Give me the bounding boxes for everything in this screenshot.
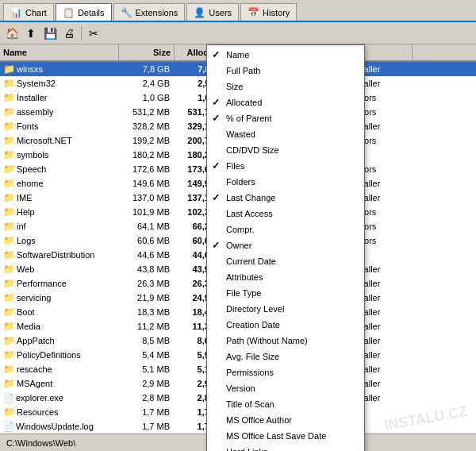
folder-icon: 📁 <box>3 278 15 289</box>
menu-item-label: Directory Level <box>226 304 284 314</box>
tab-chart[interactable]: 📊 Chart <box>3 3 54 21</box>
check-icon: ✓ <box>212 97 220 108</box>
tab-extensions[interactable]: 🔧 Extensions <box>113 3 186 21</box>
name-cell: 📁 Performance <box>0 277 119 290</box>
menu-item-title-scan[interactable]: Title of Scan <box>207 396 364 412</box>
name-cell: 📁 rescache <box>0 363 119 376</box>
size-cell: 2,8 MB <box>119 392 175 403</box>
size-cell: 5,1 MB <box>119 364 175 375</box>
toolbar-print-btn[interactable]: 🖨 <box>60 25 78 42</box>
menu-item-allocated[interactable]: ✓Allocated <box>207 94 364 110</box>
size-cell: 44,6 MB <box>119 249 175 260</box>
menu-item-folders[interactable]: Folders <box>207 174 364 190</box>
folder-icon: 📁 <box>3 349 15 360</box>
menu-item-file-type[interactable]: File Type <box>207 285 364 301</box>
toolbar-home-btn[interactable]: 🏠 <box>3 25 21 42</box>
col-header-name[interactable]: Name <box>0 44 119 60</box>
folder-icon: 📁 <box>3 64 15 75</box>
tab-history[interactable]: 📅 History <box>240 3 297 21</box>
file-name: Media <box>17 322 40 331</box>
folder-icon: 📁 <box>3 192 15 203</box>
name-cell: 📁 servicing <box>0 291 119 304</box>
folder-icon: 📁 <box>3 178 15 189</box>
file-name: assembly <box>17 107 53 117</box>
menu-item-ms-author[interactable]: MS Office Author <box>207 412 364 428</box>
toolbar-save-btn[interactable]: 💾 <box>41 25 59 42</box>
check-icon: ✓ <box>212 113 220 124</box>
menu-item-label: Files <box>226 161 244 171</box>
menu-item-label: Name <box>226 50 249 60</box>
check-icon: ✓ <box>212 49 220 60</box>
file-icon: 📄 <box>3 422 14 432</box>
name-cell: 📁 System32 <box>0 77 119 90</box>
menu-item-last-change[interactable]: ✓Last Change <box>207 190 364 206</box>
file-name: symbols <box>17 150 48 160</box>
menu-item-label: Version <box>226 384 255 393</box>
file-name: Help <box>17 207 35 217</box>
toolbar-up-btn[interactable]: ⬆ <box>22 25 40 42</box>
file-name: Resources <box>17 407 59 417</box>
folder-icon: 📁 <box>3 221 15 232</box>
menu-item-label: Attributes <box>226 272 263 282</box>
file-name: Boot <box>17 307 35 317</box>
menu-item-current-date[interactable]: Current Date <box>207 253 364 269</box>
folder-icon: 📁 <box>3 121 15 132</box>
menu-item-cd-size[interactable]: CD/DVD Size <box>207 142 364 158</box>
menu-item-label: Creation Date <box>226 320 280 330</box>
size-cell: 1,7 MB <box>119 421 175 432</box>
col-header-size[interactable]: Size <box>119 44 175 60</box>
size-cell: 199,2 MB <box>119 135 175 146</box>
menu-item-creation-date[interactable]: Creation Date <box>207 317 364 333</box>
menu-item-attributes[interactable]: Attributes <box>207 269 364 285</box>
file-name: Logs <box>17 236 36 245</box>
file-name: Installer <box>17 93 48 102</box>
size-cell: 149,6 MB <box>119 178 175 189</box>
status-path: C:\Windows\Web\ <box>6 438 75 448</box>
menu-item-dir-level[interactable]: Directory Level <box>207 301 364 317</box>
tab-extensions-label: Extensions <box>136 8 178 17</box>
size-cell: 21,9 MB <box>119 292 175 303</box>
size-cell: 7,8 GB <box>119 64 175 75</box>
menu-item-wasted[interactable]: Wasted <box>207 126 364 142</box>
menu-item-ms-save-date[interactable]: MS Office Last Save Date <box>207 428 364 444</box>
menu-item-compr[interactable]: Compr. <box>207 222 364 237</box>
folder-icon: 📁 <box>3 306 15 318</box>
file-name: System32 <box>17 79 56 88</box>
tab-details[interactable]: 📋 Details <box>56 3 112 21</box>
menu-item-owner[interactable]: ✓Owner <box>207 237 364 253</box>
size-cell: 18,3 MB <box>119 306 175 318</box>
folder-icon: 📁 <box>3 264 15 275</box>
size-cell: 60,6 MB <box>119 235 175 246</box>
file-name: SoftwareDistribution <box>17 250 94 260</box>
toolbar-delete-btn[interactable]: ✂ <box>85 25 102 42</box>
size-cell: 2,4 GB <box>119 78 175 89</box>
tab-users[interactable]: 👤 Users <box>186 3 239 21</box>
menu-item-label: File Type <box>226 288 261 298</box>
size-cell: 11,2 MB <box>119 321 175 332</box>
name-cell: 📁 symbols <box>0 148 119 161</box>
name-cell: 📁 assembly <box>0 106 119 118</box>
folder-icon: 📁 <box>3 364 15 375</box>
menu-item-label: MS Office Author <box>226 415 292 425</box>
menu-item-label: Path (Without Name) <box>226 336 308 345</box>
check-icon: ✓ <box>212 192 220 203</box>
menu-item-full-path[interactable]: Full Path <box>207 63 364 79</box>
menu-item-label: % of Parent <box>226 114 271 123</box>
name-cell: 📄 explorer.exe <box>0 392 119 404</box>
name-cell: 📁 Help <box>0 206 119 218</box>
toolbar: 🏠 ⬆ 💾 🖨 ✂ <box>0 22 476 44</box>
menu-item-size[interactable]: Size <box>207 79 364 94</box>
menu-item-avg-file-size[interactable]: Avg. File Size <box>207 349 364 364</box>
menu-item-name[interactable]: ✓Name <box>207 47 364 63</box>
menu-item-last-access[interactable]: Last Access <box>207 206 364 222</box>
menu-item-version[interactable]: Version <box>207 380 364 396</box>
file-name: inf <box>17 222 26 231</box>
menu-item-hard-links[interactable]: Hard Links <box>207 444 364 451</box>
menu-item-pct-parent[interactable]: ✓% of Parent <box>207 110 364 126</box>
menu-item-permissions[interactable]: Permissions <box>207 364 364 380</box>
name-cell: 📁 inf <box>0 220 119 233</box>
menu-item-files[interactable]: ✓Files <box>207 158 364 174</box>
file-name: Microsoft.NET <box>17 136 72 145</box>
menu-item-path-no-name[interactable]: Path (Without Name) <box>207 333 364 349</box>
folder-icon: 📁 <box>3 292 15 303</box>
